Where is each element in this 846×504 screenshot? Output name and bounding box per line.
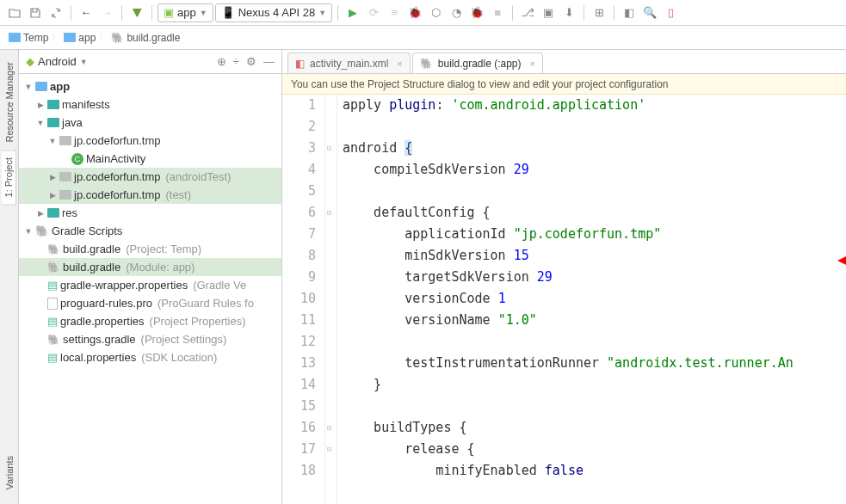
- device-combo[interactable]: 📱 Nexus 4 API 28 ▼: [215, 3, 333, 22]
- project-tree[interactable]: ▼ app▶ manifests▼ java▼ jp.codeforfun.tm…: [19, 74, 281, 504]
- code-line[interactable]: [343, 181, 846, 202]
- chevron-down-icon[interactable]: ▼: [24, 227, 33, 236]
- run-icon[interactable]: ▶: [343, 3, 362, 22]
- tree-row[interactable]: ▶ jp.codeforfun.tmp(test): [19, 186, 281, 204]
- code-line[interactable]: apply plugin: 'com.android.application': [343, 95, 846, 116]
- line-number: 1: [282, 95, 316, 116]
- rail-project[interactable]: 1: Project: [2, 150, 16, 205]
- close-icon[interactable]: ×: [530, 58, 535, 69]
- chevron-down-icon[interactable]: ▼: [48, 137, 57, 145]
- tree-row[interactable]: ▤ gradle-wrapper.properties(Gradle Ve: [19, 276, 281, 294]
- tree-row[interactable]: 🐘 settings.gradle(Project Settings): [19, 330, 281, 348]
- apply-changes-icon[interactable]: ⟳: [364, 3, 383, 22]
- tree-row[interactable]: proguard-rules.pro(ProGuard Rules fo: [19, 294, 281, 312]
- vcs-icon[interactable]: ⎇: [518, 3, 537, 22]
- target-icon[interactable]: ⊕: [217, 55, 226, 68]
- tree-row[interactable]: ▶ manifests: [19, 95, 281, 114]
- editor-tabs: ◧ activity_main.xml × 🐘 build.gradle (:a…: [282, 50, 846, 74]
- chevron-right-icon[interactable]: ▶: [48, 173, 57, 181]
- code-line[interactable]: minifyEnabled false: [343, 460, 846, 482]
- line-number: 9: [282, 267, 316, 288]
- code-line[interactable]: [343, 331, 846, 353]
- structure-icon[interactable]: ⊞: [590, 3, 608, 22]
- code-line[interactable]: versionCode 1: [343, 288, 846, 310]
- code-line[interactable]: buildTypes {: [343, 417, 846, 439]
- code-line[interactable]: compileSdkVersion 29: [343, 159, 846, 181]
- tree-qualifier: (Gradle Ve: [193, 279, 246, 292]
- gutter: 123456789101112131415161718: [282, 95, 325, 504]
- back-icon[interactable]: ←: [77, 3, 96, 22]
- line-number: 8: [282, 245, 316, 267]
- tree-row[interactable]: ▼ jp.codeforfun.tmp: [19, 132, 281, 150]
- tree-row[interactable]: 🐘 build.gradle(Module: app): [19, 258, 281, 276]
- tree-row[interactable]: ▼🐘 Gradle Scripts: [19, 222, 281, 240]
- code-line[interactable]: testInstrumentationRunner "androidx.test…: [343, 353, 846, 374]
- breadcrumb-root[interactable]: Temp: [9, 32, 48, 44]
- tree-row[interactable]: ▤ gradle.properties(Project Properties): [19, 312, 281, 330]
- chevron-right-icon[interactable]: ▶: [36, 209, 45, 218]
- coverage-icon[interactable]: ⬡: [426, 3, 445, 22]
- avd-icon[interactable]: ▣: [539, 3, 558, 22]
- rail-variants[interactable]: Variants: [3, 449, 16, 497]
- xml-icon: ◧: [295, 58, 305, 70]
- tree-row[interactable]: ▶ jp.codeforfun.tmp(androidTest): [19, 168, 281, 186]
- split-icon[interactable]: ÷: [233, 55, 239, 68]
- code-line[interactable]: minSdkVersion 15: [343, 245, 846, 267]
- tab-label: build.gradle (:app): [438, 58, 522, 70]
- tree-row[interactable]: ▼ app: [19, 77, 281, 95]
- attach-debug-icon[interactable]: 🐞: [467, 3, 486, 22]
- tree-label: jp.codeforfun.tmp: [74, 170, 160, 183]
- chevron-right-icon[interactable]: ▶: [48, 191, 57, 200]
- properties-icon: ▤: [47, 279, 58, 292]
- run-config-combo[interactable]: ▣ app ▼: [157, 3, 213, 22]
- chevron-down-icon[interactable]: ▼: [24, 83, 33, 91]
- tree-row[interactable]: ▤ local.properties(SDK Location): [19, 348, 281, 366]
- gradle-icon: 🐘: [111, 32, 124, 44]
- notifications-icon[interactable]: ▯: [661, 3, 680, 22]
- code-line[interactable]: applicationId "jp.codeforfun.tmp": [343, 224, 846, 245]
- instant-icon[interactable]: ≡: [385, 3, 404, 22]
- close-icon[interactable]: ×: [397, 58, 402, 69]
- breadcrumb-module[interactable]: app: [64, 32, 96, 44]
- tree-row[interactable]: C MainActivity: [19, 150, 281, 168]
- tree-row[interactable]: ▶ res: [19, 204, 281, 222]
- code-line[interactable]: release {: [343, 439, 846, 460]
- code-line[interactable]: defaultConfig {: [343, 202, 846, 224]
- fold-strip[interactable]: ⊟ ⊟ ⊟ ⊟: [325, 95, 337, 504]
- debug-icon[interactable]: 🐞: [405, 3, 424, 22]
- gear-icon[interactable]: ⚙: [246, 55, 256, 68]
- code-line[interactable]: }: [343, 374, 846, 396]
- code-line[interactable]: targetSdkVersion 29: [343, 267, 846, 288]
- properties-icon: ▤: [47, 351, 58, 364]
- hide-icon[interactable]: —: [263, 55, 275, 68]
- build-icon[interactable]: ⯆: [127, 3, 146, 22]
- line-number: 5: [282, 181, 316, 202]
- tab-build-gradle[interactable]: 🐘 build.gradle (:app) ×: [412, 52, 543, 73]
- code-editor[interactable]: apply plugin: 'com.android.application' …: [337, 95, 846, 504]
- tab-label: activity_main.xml: [310, 58, 388, 70]
- stop-icon[interactable]: ■: [488, 3, 507, 22]
- open-icon[interactable]: [5, 3, 24, 22]
- code-line[interactable]: [343, 116, 846, 138]
- tree-row[interactable]: 🐘 build.gradle(Project: Temp): [19, 240, 281, 258]
- hint-bar[interactable]: You can use the Project Structure dialog…: [282, 74, 846, 95]
- tab-activity-main[interactable]: ◧ activity_main.xml ×: [287, 52, 411, 73]
- code-line[interactable]: [343, 396, 846, 417]
- code-line[interactable]: versionName "1.0": [343, 310, 846, 331]
- chevron-down-icon[interactable]: ▼: [36, 119, 45, 127]
- gradle-icon: 🐘: [47, 243, 60, 255]
- chevron-right-icon[interactable]: ▶: [36, 101, 45, 109]
- profile-icon[interactable]: ◔: [447, 3, 466, 22]
- save-icon[interactable]: [26, 3, 45, 22]
- sync-icon[interactable]: [46, 3, 65, 22]
- code-line[interactable]: android {: [343, 138, 846, 159]
- tree-row[interactable]: ▼ java: [19, 114, 281, 132]
- breadcrumb-file[interactable]: 🐘 build.gradle: [111, 32, 180, 44]
- search-everywhere-icon[interactable]: 🔍: [640, 3, 659, 22]
- sidebar-view-combo[interactable]: ◆ Android ▼: [26, 55, 88, 68]
- rail-resource-manager[interactable]: Resource Manager: [3, 55, 16, 150]
- code-area[interactable]: 123456789101112131415161718 ⊟ ⊟ ⊟ ⊟ appl…: [282, 95, 846, 504]
- forward-icon[interactable]: →: [97, 3, 116, 22]
- layout-icon[interactable]: ◧: [620, 3, 639, 22]
- sdk-icon[interactable]: ⬇: [559, 3, 578, 22]
